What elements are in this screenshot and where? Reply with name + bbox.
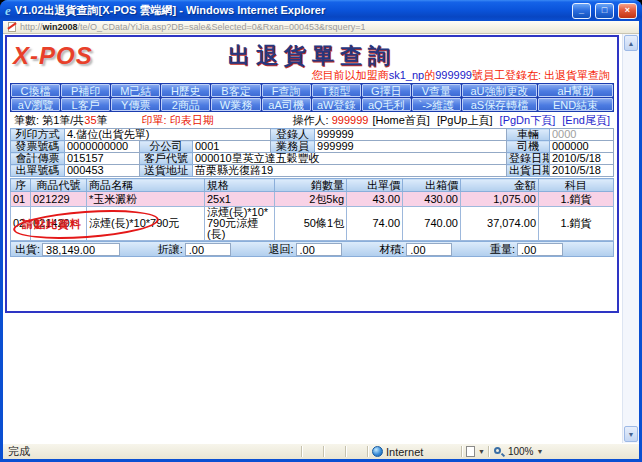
menu-button-reprint[interactable]: P補印 bbox=[61, 84, 110, 97]
item-qty: 2包5kg bbox=[275, 192, 347, 207]
item-box-price: 430.00 bbox=[403, 192, 461, 207]
menu-button-profit[interactable]: aQ毛利 bbox=[362, 98, 411, 111]
salesman-label: 業務員 bbox=[271, 141, 315, 153]
salesman-field[interactable]: 999999 bbox=[315, 141, 507, 153]
zoom-dropdown-icon[interactable]: ▼ bbox=[537, 448, 544, 455]
driver-label: 司機 bbox=[507, 141, 550, 153]
menu-button-type[interactable]: T類型 bbox=[312, 84, 361, 97]
pos-page: X-POS 出退貨單查詢 您目前以加盟商sk1_np的999999號員工登錄在:… bbox=[5, 35, 619, 313]
vehicle-field[interactable]: 0000 bbox=[550, 129, 614, 141]
menu-button-sales[interactable]: W業務 bbox=[211, 98, 260, 111]
nav-pgup[interactable]: [PgUp上頁] bbox=[437, 114, 493, 126]
ie-icon: e bbox=[5, 3, 11, 19]
item-account: 1.銷貨 bbox=[539, 192, 614, 207]
menu-row-1: C換檔 P補印 M已結 H歷史 B客定 F查詢 T類型 G擇日 V查量 aU強制… bbox=[11, 84, 613, 97]
menu-button-voucher[interactable]: Y傳票 bbox=[111, 98, 160, 111]
browser-window: e V1.02出退貨查詢[X-POS 雲端網] - Windows Intern… bbox=[0, 0, 642, 462]
close-button[interactable]: × bbox=[618, 3, 637, 19]
branch-field[interactable]: 0001 bbox=[193, 141, 271, 153]
menu-button-driver[interactable]: aA司機 bbox=[262, 98, 311, 111]
invoice-field[interactable]: 0000000000 bbox=[65, 141, 140, 153]
scroll-up-icon[interactable]: ▲ bbox=[624, 35, 638, 51]
menu-button-product[interactable]: 2商品 bbox=[161, 98, 210, 111]
menu-button-login[interactable]: aW登錄 bbox=[312, 98, 361, 111]
menu-button-save-export[interactable]: aS保存轉檔 bbox=[462, 98, 537, 111]
item-seq: 01 bbox=[11, 192, 31, 207]
nav-pgdn[interactable]: [PgDn下頁] bbox=[500, 114, 556, 126]
items-header-row: 序 商品代號 商品名稱 規格 銷數量 出單價 出箱價 金額 科目 bbox=[11, 179, 614, 192]
item-name: 涼煙(長)*10*790元 bbox=[87, 207, 205, 241]
total-volume: 材積:.00 bbox=[379, 242, 452, 257]
voucher-label: 會計傳票 bbox=[11, 153, 65, 165]
menu-button-custom[interactable]: B客定 bbox=[211, 84, 260, 97]
customer-field[interactable]: 000010皇英立達五穀豐收 bbox=[193, 153, 507, 165]
menu-button-check-qty[interactable]: V查量 bbox=[412, 84, 461, 97]
vertical-scrollbar[interactable]: ▲ ▼ bbox=[622, 34, 639, 443]
col-seq: 序 bbox=[11, 179, 31, 192]
item-spec: 25x1 bbox=[205, 192, 275, 207]
page-title: 出退貨單查詢 bbox=[10, 41, 614, 71]
driver-field[interactable]: 000000 bbox=[550, 141, 614, 153]
order-no-label: 出單號碼 bbox=[11, 165, 65, 177]
menu-button-change-file[interactable]: C換檔 bbox=[11, 84, 60, 97]
scroll-down-icon[interactable]: ▼ bbox=[624, 426, 638, 442]
col-unit-price: 出單價 bbox=[347, 179, 403, 192]
page-header: X-POS 出退貨單查詢 bbox=[10, 39, 614, 69]
menu-button-maintain[interactable]: `->維護 bbox=[412, 98, 461, 111]
zoom-level[interactable]: 100% bbox=[508, 446, 534, 457]
order-no-field[interactable]: 000453 bbox=[65, 165, 140, 177]
reg-date-label: 登錄日期 bbox=[507, 153, 550, 165]
zone-label: Internet bbox=[386, 446, 458, 458]
item-account: 1.銷貨 bbox=[539, 207, 614, 241]
menu-button-force-edit[interactable]: aU強制更改 bbox=[462, 84, 537, 97]
print-method-field[interactable]: 4.儲位(出貨先單) bbox=[65, 129, 271, 141]
voucher-field[interactable]: 015157 bbox=[65, 153, 140, 165]
ship-date-label: 出貨日期 bbox=[507, 165, 550, 177]
address-field[interactable]: 苗栗縣光復路19 bbox=[193, 165, 507, 177]
browser-viewport: ▲ ▼ X-POS 出退貨單查詢 您目前以加盟商sk1_np的999999號員工… bbox=[3, 34, 639, 443]
menu-button-query[interactable]: F查詢 bbox=[262, 84, 311, 97]
address-bar[interactable]: http://win2008/te/O_CData/YiJia.asp?DB=s… bbox=[3, 21, 639, 34]
col-amount: 金額 bbox=[461, 179, 539, 192]
totals-bar: 出貨:38,149.00 折讓:.00 退回:.00 材積:.00 重量:.00 bbox=[10, 241, 614, 257]
menu-button-pick-date[interactable]: G擇日 bbox=[362, 84, 411, 97]
col-qty: 銷數量 bbox=[275, 179, 347, 192]
ship-date-field[interactable]: 2010/5/18 bbox=[550, 165, 614, 177]
maximize-button[interactable]: □ bbox=[595, 3, 614, 19]
nav-home[interactable]: [Home首頁] bbox=[372, 114, 429, 126]
item-qty: 50條1包 bbox=[275, 207, 347, 241]
item-row-1[interactable]: 01 021229 *玉米澱粉 25x1 2包5kg 43.00 430.00 … bbox=[11, 192, 614, 207]
item-amount: 1,075.00 bbox=[461, 192, 539, 207]
customer-label: 客戶代號 bbox=[140, 153, 193, 165]
item-row-2[interactable]: 02 021420 涼煙(長)*10*790元 涼煙(長)*10*790元涼煙(… bbox=[11, 207, 614, 241]
menu-button-history[interactable]: H歷史 bbox=[161, 84, 210, 97]
menu-button-browse[interactable]: aV瀏覽 bbox=[11, 98, 60, 111]
reg-date-field[interactable]: 2010/5/18 bbox=[550, 153, 614, 165]
total-discount: 折讓:.00 bbox=[158, 242, 231, 257]
paging-nav: [Home首頁] [PgUp上頁] [PgDn下頁] [End尾頁] bbox=[368, 113, 610, 128]
address-url[interactable]: http://win2008/te/O_CData/YiJia.asp?DB=s… bbox=[20, 22, 365, 32]
nav-end[interactable]: [End尾頁] bbox=[562, 114, 610, 126]
col-name: 商品名稱 bbox=[87, 179, 205, 192]
menu-row-2: aV瀏覽 L客戶 Y傳票 2商品 W業務 aA司機 aW登錄 aQ毛利 `->維… bbox=[11, 98, 613, 111]
col-box-price: 出箱價 bbox=[403, 179, 461, 192]
menu-button-closed[interactable]: M已結 bbox=[111, 84, 160, 97]
print-date-label: 印單: 印表日期 bbox=[142, 113, 214, 128]
login-user-field[interactable]: 999999 bbox=[315, 129, 507, 141]
menu-button-customer[interactable]: L客戶 bbox=[61, 98, 110, 111]
status-bar: 完成 Internet ▼ 100% ▼ bbox=[3, 443, 639, 459]
page-mode-dropdown-icon[interactable]: ▼ bbox=[478, 448, 485, 455]
window-title: V1.02出退貨查詢[X-POS 雲端網] - Windows Internet… bbox=[15, 3, 568, 18]
item-box-price: 740.00 bbox=[403, 207, 461, 241]
branch-label: 分公司 bbox=[140, 141, 193, 153]
menu-button-help[interactable]: aH幫助 bbox=[538, 84, 613, 97]
zoom-magnifier-icon[interactable] bbox=[493, 446, 505, 458]
item-spec: 涼煙(長)*10*790元涼煙(長) bbox=[205, 207, 275, 241]
invoice-label: 發票號碼 bbox=[11, 141, 65, 153]
menu-button-end[interactable]: END結束 bbox=[538, 98, 613, 111]
col-spec: 規格 bbox=[205, 179, 275, 192]
items-table: 序 商品代號 商品名稱 規格 銷數量 出單價 出箱價 金額 科目 01 0212… bbox=[10, 178, 614, 241]
items-table-wrapper: 序 商品代號 商品名稱 規格 銷數量 出單價 出箱價 金額 科目 01 0212… bbox=[10, 178, 614, 241]
page-mode-icon[interactable] bbox=[466, 446, 475, 457]
minimize-button[interactable]: _ bbox=[572, 3, 591, 19]
